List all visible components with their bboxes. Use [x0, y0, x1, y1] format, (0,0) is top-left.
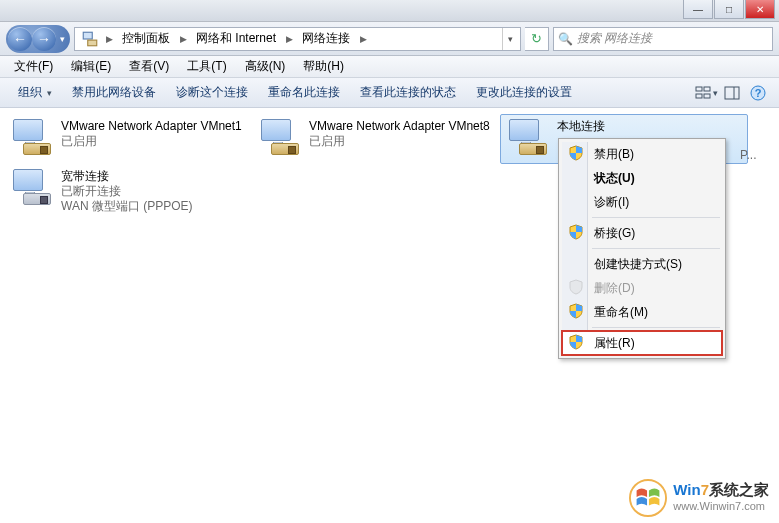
adapter-name: 宽带连接 [61, 169, 193, 184]
adapter-status: 已断开连接 [61, 184, 193, 199]
adapter-text: 本地连接 [557, 119, 605, 134]
adapter-vmnet1[interactable]: VMware Network Adapter VMnet1 已启用 [4, 114, 252, 164]
svg-rect-4 [696, 94, 702, 98]
cmd-view-status[interactable]: 查看此连接的状态 [350, 80, 466, 105]
minimize-button[interactable]: — [683, 0, 713, 19]
breadcrumb-network-internet[interactable]: 网络和 Internet [190, 28, 283, 50]
ctx-label: 状态(U) [594, 170, 635, 186]
ctx-rename[interactable]: 重命名(M) [562, 300, 722, 324]
ctx-properties[interactable]: 属性(R) [562, 331, 722, 355]
ctx-separator [592, 248, 720, 249]
watermark: Win7系统之家 www.Winwin7.com [629, 479, 769, 517]
adapter-icon [11, 119, 53, 159]
adapter-name: VMware Network Adapter VMnet1 [61, 119, 242, 134]
ctx-label: 属性(R) [594, 335, 635, 351]
close-button[interactable]: ✕ [745, 0, 775, 19]
svg-text:?: ? [755, 87, 762, 99]
svg-point-10 [630, 480, 666, 516]
svg-rect-6 [725, 87, 739, 99]
menu-help[interactable]: 帮助(H) [295, 56, 352, 77]
ctx-diagnose[interactable]: 诊断(I) [562, 190, 722, 214]
ctx-label: 创建快捷方式(S) [594, 256, 682, 272]
cmd-rename[interactable]: 重命名此连接 [258, 80, 350, 105]
ctx-bridge[interactable]: 桥接(G) [562, 221, 722, 245]
ctx-delete: 删除(D) [562, 276, 722, 300]
menu-advanced[interactable]: 高级(N) [237, 56, 294, 77]
ctx-label: 禁用(B) [594, 146, 634, 162]
adapter-text: VMware Network Adapter VMnet1 已启用 [61, 119, 242, 149]
breadcrumb-dropdown-icon[interactable]: ▾ [502, 28, 518, 50]
maximize-button[interactable]: □ [714, 0, 744, 19]
uac-shield-icon [568, 224, 584, 240]
network-icon [81, 30, 99, 48]
adapter-detail: WAN 微型端口 (PPPOE) [61, 199, 193, 214]
breadcrumb-sep-icon: ▶ [357, 34, 370, 44]
watermark-win: Win [673, 481, 700, 498]
view-mode-button[interactable]: ▾ [693, 82, 719, 104]
adapter-broadband[interactable]: 宽带连接 已断开连接 WAN 微型端口 (PPPOE) [4, 164, 252, 219]
refresh-button[interactable]: ↻ [525, 27, 549, 51]
nav-buttons: ← → ▾ [6, 25, 70, 53]
ctx-label: 重命名(M) [594, 304, 648, 320]
ctx-label: 删除(D) [594, 280, 635, 296]
breadcrumb-control-panel[interactable]: 控制面板 [116, 28, 177, 50]
menu-file[interactable]: 文件(F) [6, 56, 61, 77]
menu-edit[interactable]: 编辑(E) [63, 56, 119, 77]
cmd-change-settings[interactable]: 更改此连接的设置 [466, 80, 582, 105]
svg-rect-0 [83, 32, 92, 39]
adapter-name: VMware Network Adapter VMnet8 [309, 119, 490, 134]
uac-shield-icon [568, 145, 584, 161]
adapter-status: 已启用 [309, 134, 490, 149]
watermark-7: 7 [701, 481, 709, 498]
breadcrumb-network-connections[interactable]: 网络连接 [296, 28, 357, 50]
preview-pane-button[interactable] [719, 82, 745, 104]
context-menu: 禁用(B) 状态(U) 诊断(I) 桥接(G) 创建快捷方式(S) 删除(D) [558, 138, 726, 359]
adapter-text: VMware Network Adapter VMnet8 已启用 [309, 119, 490, 149]
ctx-separator [592, 327, 720, 328]
search-input[interactable]: 🔍 搜索 网络连接 [553, 27, 773, 51]
ctx-label: 桥接(G) [594, 225, 635, 241]
menu-bar: 文件(F) 编辑(E) 查看(V) 工具(T) 高级(N) 帮助(H) [0, 56, 779, 78]
forward-button[interactable]: → [32, 27, 56, 51]
truncated-device-label: P... [740, 148, 756, 162]
svg-rect-5 [704, 94, 710, 98]
help-button[interactable]: ? [745, 82, 771, 104]
ctx-status[interactable]: 状态(U) [562, 166, 722, 190]
adapter-vmnet8[interactable]: VMware Network Adapter VMnet8 已启用 [252, 114, 500, 164]
window-controls: — □ ✕ [682, 0, 775, 19]
search-placeholder: 搜索 网络连接 [577, 30, 652, 47]
adapter-name: 本地连接 [557, 119, 605, 134]
breadcrumb-sep-icon: ▶ [177, 34, 190, 44]
breadcrumb-sep-icon: ▶ [103, 34, 116, 44]
watermark-text: Win7系统之家 www.Winwin7.com [673, 482, 769, 514]
breadcrumb[interactable]: ▶ 控制面板 ▶ 网络和 Internet ▶ 网络连接 ▶ ▾ [74, 27, 521, 51]
adapter-icon [259, 119, 301, 159]
adapter-icon [507, 119, 549, 159]
address-bar: ← → ▾ ▶ 控制面板 ▶ 网络和 Internet ▶ 网络连接 ▶ ▾ ↻… [0, 22, 779, 56]
nav-history-dropdown[interactable]: ▾ [56, 29, 68, 49]
menu-tools[interactable]: 工具(T) [179, 56, 234, 77]
ctx-create-shortcut[interactable]: 创建快捷方式(S) [562, 252, 722, 276]
adapter-text: 宽带连接 已断开连接 WAN 微型端口 (PPPOE) [61, 169, 193, 214]
watermark-url: www.Winwin7.com [673, 498, 769, 514]
svg-rect-3 [704, 87, 710, 91]
adapter-status: 已启用 [61, 134, 242, 149]
ctx-label: 诊断(I) [594, 194, 629, 210]
uac-shield-icon [568, 303, 584, 319]
svg-rect-2 [696, 87, 702, 91]
back-button[interactable]: ← [8, 27, 32, 51]
cmd-diagnose[interactable]: 诊断这个连接 [166, 80, 258, 105]
cmd-disable-device[interactable]: 禁用此网络设备 [62, 80, 166, 105]
adapter-icon [11, 169, 53, 209]
search-icon: 🔍 [558, 32, 573, 46]
ctx-disable[interactable]: 禁用(B) [562, 142, 722, 166]
uac-shield-icon [568, 334, 584, 350]
uac-shield-icon [568, 279, 584, 295]
breadcrumb-sep-icon: ▶ [283, 34, 296, 44]
window-titlebar: — □ ✕ [0, 0, 779, 22]
cmd-organize[interactable]: 组织 [8, 80, 62, 105]
menu-view[interactable]: 查看(V) [121, 56, 177, 77]
command-bar: 组织 禁用此网络设备 诊断这个连接 重命名此连接 查看此连接的状态 更改此连接的… [0, 78, 779, 108]
windows-logo-icon [629, 479, 667, 517]
ctx-separator [592, 217, 720, 218]
